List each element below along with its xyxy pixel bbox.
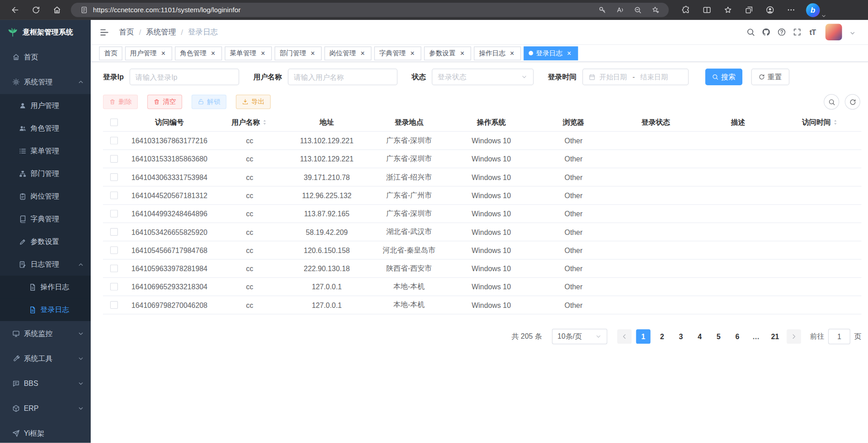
favorites-bar-icon[interactable] <box>720 2 736 18</box>
user-name-input[interactable] <box>288 68 397 85</box>
page-button-21[interactable]: 21 <box>768 329 782 344</box>
sidebar-item-dict[interactable]: 字典管理 <box>0 208 91 230</box>
back-icon[interactable] <box>7 2 24 18</box>
sidebar-item-param[interactable]: 参数设置 <box>0 230 91 253</box>
sidebar-item-bbs[interactable]: BBS <box>0 371 91 396</box>
app-logo[interactable]: 意框架管理系统 <box>0 20 91 44</box>
tab-用户管理[interactable]: 用户管理× <box>125 46 172 60</box>
table-row[interactable]: 1641069652933218304cc127.0.0.1本地-本机Windo… <box>103 278 861 296</box>
sort-caret-icon[interactable] <box>832 117 839 127</box>
help-icon[interactable] <box>776 27 787 38</box>
sidebar-item-menu[interactable]: 菜单管理 <box>0 140 91 162</box>
next-page-button[interactable] <box>787 329 801 344</box>
close-icon[interactable]: × <box>209 49 217 57</box>
end-date-placeholder[interactable]: 结束日期 <box>640 72 668 82</box>
table-row[interactable]: 1641044993248464896cc113.87.92.165广东省-深圳… <box>103 205 861 223</box>
sort-caret-icon[interactable] <box>261 117 268 127</box>
row-checkbox[interactable] <box>110 246 118 254</box>
sidebar-item-log[interactable]: 日志管理 <box>0 253 91 276</box>
read-aloud-icon[interactable] <box>614 4 627 16</box>
sidebar-item-system[interactable]: 系统管理 <box>0 69 91 94</box>
table-row[interactable]: 1641054566717984768cc120.6.150.158河北省-秦皇… <box>103 241 861 259</box>
tab-字典管理[interactable]: 字典管理× <box>374 46 421 60</box>
page-button-3[interactable]: 3 <box>674 329 688 344</box>
tab-角色管理[interactable]: 角色管理× <box>175 46 222 60</box>
sidebar-item-erp[interactable]: ERP <box>0 396 91 421</box>
delete-button[interactable]: 删除 <box>103 95 138 109</box>
prev-page-button[interactable] <box>617 329 632 344</box>
row-checkbox[interactable] <box>110 191 118 199</box>
table-row[interactable]: 1641043063331753984cc39.171.210.78浙江省-绍兴… <box>103 168 861 186</box>
unlock-button[interactable]: 解锁 <box>191 95 226 109</box>
bing-button[interactable]: b <box>806 3 826 17</box>
tab-操作日志[interactable]: 操作日志× <box>474 46 521 60</box>
status-select[interactable]: 登录状态 <box>432 68 534 85</box>
avatar[interactable] <box>825 24 842 40</box>
sidebar-item-dept[interactable]: 部门管理 <box>0 162 91 185</box>
sidebar-item-role[interactable]: 角色管理 <box>0 117 91 140</box>
close-icon[interactable]: × <box>259 49 267 57</box>
split-screen-icon[interactable] <box>699 2 716 18</box>
sidebar-item-yi[interactable]: Yi框架 <box>0 421 91 443</box>
row-checkbox[interactable] <box>110 301 118 309</box>
row-checkbox[interactable] <box>110 264 118 272</box>
table-row[interactable]: 1641059633978281984cc222.90.130.18陕西省-西安… <box>103 260 861 278</box>
start-date-placeholder[interactable]: 开始日期 <box>599 72 627 82</box>
close-icon[interactable]: × <box>409 49 416 57</box>
breadcrumb-system[interactable]: 系统管理 <box>146 27 176 37</box>
page-size-select[interactable]: 10条/页 <box>552 329 607 344</box>
table-row[interactable]: 1641069798270046208cc127.0.0.1本地-本机Windo… <box>103 296 861 314</box>
font-size-icon[interactable]: tT <box>807 27 818 38</box>
table-row[interactable]: 1641031533185863680cc113.102.129.221广东省-… <box>103 150 861 168</box>
date-range-picker[interactable]: 开始日期 - 结束日期 <box>582 68 688 85</box>
close-icon[interactable]: × <box>160 49 167 57</box>
column-header-user[interactable]: 用户名称 <box>214 117 286 127</box>
close-icon[interactable]: × <box>309 49 317 57</box>
close-icon[interactable]: × <box>458 49 466 57</box>
sidebar-item-monitor[interactable]: 系统监控 <box>0 321 91 346</box>
fullscreen-icon[interactable] <box>792 27 803 38</box>
row-checkbox[interactable] <box>110 137 118 145</box>
page-button-2[interactable]: 2 <box>655 329 669 344</box>
row-checkbox[interactable] <box>110 228 118 236</box>
address-bar[interactable]: https://ccnetcore.com:1101/system/log/lo… <box>71 3 668 17</box>
row-checkbox[interactable] <box>110 210 118 218</box>
breadcrumb-home[interactable]: 首页 <box>119 27 134 37</box>
more-icon[interactable] <box>783 2 800 18</box>
sidebar-item-tool[interactable]: 系统工具 <box>0 346 91 371</box>
github-icon[interactable] <box>761 27 771 38</box>
url-text[interactable]: https://ccnetcore.com:1101/system/log/lo… <box>93 6 595 14</box>
close-icon[interactable]: × <box>565 49 573 57</box>
page-button-1[interactable]: 1 <box>636 329 651 344</box>
search-icon[interactable] <box>745 27 756 38</box>
search-button[interactable]: 搜索 <box>705 68 742 85</box>
more-pages-button[interactable]: … <box>749 329 764 344</box>
column-header-time[interactable]: 访问时间 <box>779 117 861 127</box>
clear-button[interactable]: 清空 <box>147 95 182 109</box>
page-button-5[interactable]: 5 <box>712 329 726 344</box>
sidebar-item-home[interactable]: 首页 <box>0 44 91 69</box>
close-icon[interactable]: × <box>359 49 366 57</box>
row-checkbox[interactable] <box>110 283 118 291</box>
tab-部门管理[interactable]: 部门管理× <box>274 46 322 60</box>
page-button-4[interactable]: 4 <box>692 329 707 344</box>
tab-登录日志[interactable]: 登录日志× <box>524 46 578 60</box>
login-ip-input[interactable] <box>129 68 239 85</box>
profile-icon[interactable] <box>762 2 779 18</box>
sidebar-item-operlog[interactable]: 操作日志 <box>0 276 91 298</box>
tab-菜单管理[interactable]: 菜单管理× <box>225 46 272 60</box>
zoom-out-icon[interactable] <box>631 4 644 16</box>
export-button[interactable]: 导出 <box>236 95 271 109</box>
search-icon[interactable] <box>824 94 839 110</box>
sidebar-item-post[interactable]: 岗位管理 <box>0 185 91 208</box>
sidebar-item-user[interactable]: 用户管理 <box>0 94 91 117</box>
home-icon[interactable] <box>49 2 65 18</box>
tab-参数设置[interactable]: 参数设置× <box>424 46 471 60</box>
tab-岗位管理[interactable]: 岗位管理× <box>324 46 371 60</box>
row-checkbox[interactable] <box>110 155 118 163</box>
tab-首页[interactable]: 首页 <box>99 46 122 60</box>
table-row[interactable]: 1641044520567181312cc112.96.225.132广东省-广… <box>103 186 861 204</box>
goto-page-input[interactable] <box>828 329 850 344</box>
page-button-6[interactable]: 6 <box>730 329 745 344</box>
select-all-checkbox[interactable] <box>110 118 118 126</box>
